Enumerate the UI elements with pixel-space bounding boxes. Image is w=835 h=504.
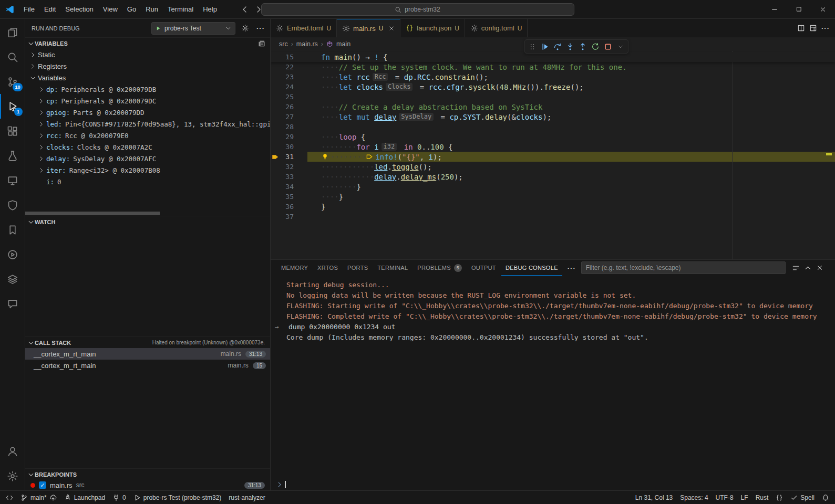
panel-tab-debug-console[interactable]: DEBUG CONSOLE [501,260,562,276]
panel-tab-terminal[interactable]: TERMINAL [373,260,412,276]
output-actions-icon[interactable] [792,264,800,272]
breadcrumb-item[interactable]: main [336,40,351,48]
status-git-branch[interactable]: main* [17,491,60,504]
twistie-right-icon[interactable] [38,155,46,162]
status-cursor-position[interactable]: Ln 31, Col 13 [632,491,676,504]
close-tab-icon[interactable] [388,25,395,32]
code-line[interactable]: 31········info!("{}", i); [271,152,835,162]
breakpoints-section-header[interactable]: BREAKPOINTS [25,468,270,480]
menu-view[interactable]: View [98,3,122,16]
panel-tab-xrtos[interactable]: XRTOS [313,260,342,276]
menu-help[interactable]: Help [198,3,222,16]
activity-bookmarks[interactable] [0,217,25,242]
callstack-frame[interactable]: __cortex_m_rt_mainmain.rs15 [25,360,270,371]
stop-button[interactable] [602,40,614,53]
callstack-frame[interactable]: __cortex_m_rt_mainmain.rs31:13 [25,348,270,360]
code-line[interactable]: 25 [271,92,835,102]
menu-terminal[interactable]: Terminal [163,3,198,16]
code-line[interactable]: 29····loop { [271,132,835,142]
panel-tab-memory[interactable]: MEMORY [277,260,312,276]
status-spell-checker[interactable]: Spell [787,491,818,504]
twistie-down-icon[interactable] [29,75,38,81]
menu-go[interactable]: Go [122,3,141,16]
close-panel-icon[interactable] [816,264,823,272]
menu-run[interactable]: Run [141,3,163,16]
horizontal-scrollbar[interactable] [25,211,270,216]
code-line[interactable]: 23····let rccRcc = dp.RCC.constrain(); [271,72,835,82]
twistie-right-icon[interactable] [38,109,46,116]
tab-config-toml[interactable]: config.tomlU [465,19,528,37]
code-line[interactable]: 34········} [271,182,835,192]
twistie-right-icon[interactable] [29,51,38,58]
code-line[interactable]: 33············delay.delay_ms(250); [271,172,835,182]
more-actions-icon[interactable]: ··· [563,264,580,272]
activity-account[interactable] [0,439,25,464]
continue-button[interactable] [539,40,551,53]
twistie-right-icon[interactable] [38,98,46,104]
maximize-button[interactable] [787,0,811,18]
step-over-button[interactable] [551,40,564,53]
twistie-right-icon[interactable] [38,121,46,128]
watch-section-header[interactable]: WATCH [25,216,270,227]
status-ports-count[interactable]: 0 [109,491,130,504]
status-encoding[interactable]: UTF-8 [712,491,737,504]
tab-embed-toml[interactable]: Embed.tomlU [271,19,337,37]
twistie-right-icon[interactable] [29,63,38,70]
status-rust-analyzer-status[interactable]: rust-analyzer [225,491,269,504]
activity-live-share[interactable] [0,242,25,267]
panel-tab-output[interactable]: OUTPUT [467,260,500,276]
layout-icon[interactable] [809,24,817,32]
activity-source-control[interactable]: 10 [0,69,25,94]
status-language-status[interactable] [772,491,787,504]
code-line[interactable]: 22····// Set up the system clock. We wan… [271,62,835,72]
code-line[interactable]: 35····} [271,192,835,202]
close-window-button[interactable] [811,0,835,18]
activity-run-debug[interactable]: 1 [0,94,25,119]
variable-row[interactable]: clocks:Clocks @ 0x20007A2C [25,141,270,153]
twistie-right-icon[interactable] [38,132,46,139]
variable-row[interactable]: led:Pin<{CONST#9717825f70d95aa8}, 13, st… [25,118,270,130]
breakpoint-checkbox[interactable]: ✓ [39,481,46,489]
menu-edit[interactable]: Edit [39,3,60,16]
menu-file[interactable]: File [19,3,39,16]
scrollbar-thumb[interactable] [25,212,160,215]
activity-explorer[interactable] [0,20,25,45]
code-line[interactable]: 37 [271,212,835,222]
twistie-right-icon[interactable] [38,86,46,93]
status-launchpad[interactable]: Launchpad [60,491,109,504]
variable-row[interactable]: rcc:Rcc @ 0x200079E0 [25,130,270,141]
gripper-icon[interactable] [526,40,539,53]
variable-row[interactable]: i:0 [25,176,270,187]
status-language-mode[interactable]: Rust [752,491,772,504]
code-line[interactable]: 30········for ii32 in 0..100 { [271,142,835,152]
variable-row[interactable]: Static [25,49,270,60]
status-remote-indicator[interactable] [2,491,17,504]
activity-layers[interactable] [0,267,25,291]
console-filter-input[interactable] [581,261,786,274]
activity-chat[interactable] [0,291,25,316]
split-editor-icon[interactable] [797,24,805,32]
activity-settings[interactable] [0,464,25,488]
tab-main-rs[interactable]: main.rsU [337,19,400,37]
step-into-button[interactable] [564,40,576,53]
command-center-search[interactable]: probe-stm32 [261,3,574,16]
breadcrumb-item[interactable]: main.rs [296,40,318,48]
configure-gear-icon[interactable] [239,22,251,35]
code-line[interactable]: 32············led.toggle(); [271,162,835,172]
variable-row[interactable]: gpiog:Parts @ 0x200079DD [25,107,270,118]
code-line[interactable]: 36} [271,202,835,212]
code-editor[interactable]: 15fn main() → ! {22····// Set up the sys… [271,51,835,259]
more-actions-icon[interactable]: ··· [821,24,830,32]
chevron-down-icon[interactable] [614,40,627,53]
activity-remote-explorer[interactable] [0,168,25,193]
variables-section-header[interactable]: VARIABLES [25,37,270,49]
code-line[interactable]: 27····let mut delaySysDelay = cp.SYST.de… [271,112,835,122]
activity-extensions[interactable] [0,119,25,143]
variable-row[interactable]: dp:Peripherals @ 0x200079DB [25,83,270,95]
menu-selection[interactable]: Selection [60,3,98,16]
variable-row[interactable]: iter:Range<i32> @ 0x20007B08 [25,164,270,176]
twistie-right-icon[interactable] [38,167,46,174]
restart-button[interactable] [589,40,602,53]
panel-tab-problems[interactable]: PROBLEMS5 [413,260,466,276]
callstack-section-header[interactable]: CALL STACK Halted on breakpoint (Unknown… [25,337,270,348]
